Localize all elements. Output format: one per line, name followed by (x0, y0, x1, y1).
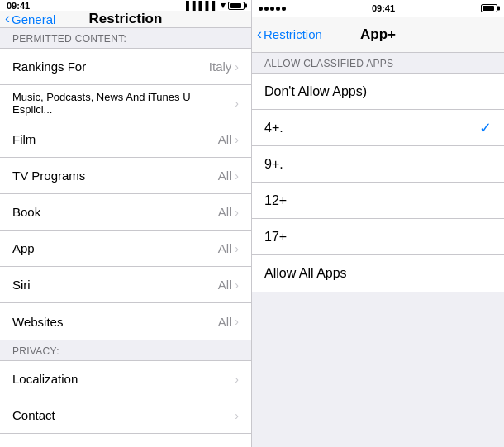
rating-9plus-item[interactable]: 9+. (252, 146, 504, 183)
left-status-left: 09:41 (7, 1, 30, 11)
left-panel: 09:41 ▌▌▌▌▌ ▾ ‹ General Restriction PERM… (0, 0, 252, 447)
allow-all-apps-label: Allow All Apps (264, 266, 347, 281)
contact-chevron-icon: › (235, 409, 239, 422)
siri-value: All › (218, 278, 239, 292)
left-wifi-icon: ▾ (221, 0, 226, 11)
rating-9plus-label: 9+. (264, 157, 283, 172)
right-back-label: Restriction (264, 27, 322, 41)
permitted-content-list: Rankings For Italy › Music, Podcasts, Ne… (0, 48, 251, 340)
websites-value: All › (218, 315, 239, 329)
left-status-right: ▌▌▌▌▌ ▾ (186, 0, 245, 11)
siri-item[interactable]: Siri All › (0, 267, 251, 303)
tv-programs-item[interactable]: TV Programs All › (0, 158, 251, 194)
privacy-list: Localization › Contact › Calendar › Remi… (0, 360, 251, 447)
siri-value-text: All (218, 278, 232, 292)
book-value-text: All (218, 205, 232, 219)
dot5 (282, 7, 286, 11)
book-value: All › (218, 205, 239, 219)
rating-4plus-item[interactable]: 4+. ✓ (252, 110, 504, 146)
left-back-label: General (12, 12, 55, 26)
app-value-text: All (218, 241, 232, 255)
left-battery-icon (228, 2, 245, 10)
siri-chevron-icon: › (235, 278, 239, 292)
allow-classified-header: ALLOW CLASSIFIED APPS (252, 53, 504, 73)
tv-programs-label: TV Programs (12, 169, 218, 183)
rankings-for-value-text: Italy (209, 59, 232, 74)
rating-4plus-label: 4+. (264, 121, 283, 136)
privacy-header: PRIVACY: (0, 340, 251, 360)
app-chevron-icon: › (235, 242, 239, 255)
film-label: Film (12, 132, 218, 146)
tv-programs-value: All › (218, 169, 239, 183)
dot1 (259, 7, 263, 11)
left-nav-title: Restriction (89, 11, 163, 27)
app-item[interactable]: App All › (0, 231, 251, 267)
right-panel: 09:41 ‹ Restriction App+ ALLOW CLASSIFIE… (252, 0, 504, 447)
dot2 (264, 7, 269, 11)
rating-17plus-label: 17+ (264, 230, 287, 245)
rankings-for-label: Rankings For (12, 59, 209, 74)
right-status-bar: 09:41 (252, 0, 504, 17)
film-chevron-icon: › (235, 133, 239, 146)
book-item[interactable]: Book All › (0, 194, 251, 231)
music-chevron: › (233, 97, 239, 110)
film-value: All › (218, 132, 239, 146)
book-chevron-icon: › (235, 206, 239, 219)
dot3 (270, 7, 274, 11)
rankings-for-item[interactable]: Rankings For Italy › (0, 49, 251, 85)
websites-label: Websites (12, 315, 218, 329)
music-chevron-icon: › (235, 97, 239, 110)
right-back-chevron-icon: ‹ (257, 26, 262, 43)
right-nav-title: App+ (360, 26, 396, 43)
app-rating-list: Don't Allow Apps) 4+. ✓ 9+. 12+ 17+ Allo… (252, 73, 504, 292)
localization-chevron-icon: › (235, 373, 239, 386)
contact-item[interactable]: Contact › (0, 397, 251, 434)
contact-label: Contact (12, 408, 233, 422)
rankings-for-value: Italy › (209, 59, 239, 74)
book-label: Book (12, 205, 218, 219)
left-back-chevron-icon: ‹ (5, 10, 10, 27)
dot4 (276, 7, 280, 11)
localization-label: Localization (12, 372, 233, 386)
right-back-button[interactable]: ‹ Restriction (257, 26, 322, 43)
tv-programs-chevron-icon: › (235, 169, 239, 183)
left-status-bar: 09:41 ▌▌▌▌▌ ▾ (0, 0, 251, 11)
left-signal-icon: ▌▌▌▌▌ (186, 1, 218, 11)
right-nav-bar: ‹ Restriction App+ (252, 17, 504, 53)
rating-12plus-label: 12+ (264, 193, 287, 208)
right-battery-icon (481, 4, 497, 12)
tv-programs-value-text: All (218, 169, 232, 183)
app-value: All › (218, 241, 239, 255)
film-item[interactable]: Film All › (0, 121, 251, 158)
siri-label: Siri (12, 278, 218, 292)
app-label: App (12, 241, 218, 255)
rating-4plus-checkmark-icon: ✓ (479, 119, 492, 137)
rankings-for-chevron-icon: › (235, 60, 239, 74)
left-time: 09:41 (7, 1, 30, 11)
allow-all-apps-item[interactable]: Allow All Apps (252, 255, 504, 292)
rating-12plus-item[interactable]: 12+ (252, 183, 504, 219)
websites-value-text: All (218, 315, 232, 329)
localization-item[interactable]: Localization › (0, 361, 251, 397)
dont-allow-apps-item[interactable]: Don't Allow Apps) (252, 74, 504, 110)
websites-item[interactable]: Websites All › (0, 303, 251, 340)
music-item[interactable]: Music, Podcasts, News And iTunes U Espli… (0, 85, 251, 121)
calendar-item[interactable]: Calendar › (0, 434, 251, 447)
right-signal-dots (259, 7, 286, 11)
film-value-text: All (218, 132, 232, 146)
left-nav-bar: ‹ General Restriction (0, 11, 251, 28)
websites-chevron-icon: › (235, 315, 239, 328)
rating-17plus-item[interactable]: 17+ (252, 219, 504, 255)
music-label: Music, Podcasts, News And iTunes U Espli… (12, 91, 233, 116)
permitted-content-header: PERMITTED CONTENT: (0, 28, 251, 48)
right-time: 09:41 (372, 3, 395, 13)
dont-allow-apps-label: Don't Allow Apps) (264, 84, 367, 99)
left-back-button[interactable]: ‹ General (5, 11, 55, 27)
